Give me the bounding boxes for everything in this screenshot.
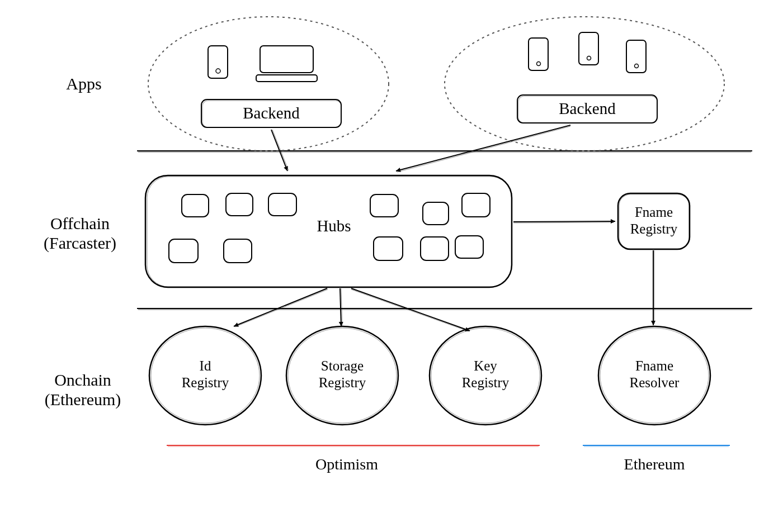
svg-line-29 [513,222,614,223]
svg-text:Registry: Registry [182,375,229,390]
fname-registry-label-l2: Registry [630,221,678,236]
svg-rect-22 [462,193,490,217]
svg-text:Id: Id [200,358,211,373]
phone-icon [529,38,548,70]
svg-line-14 [272,130,289,170]
layer-label-onchain-1: Onchain [54,370,111,389]
optimism-label: Optimism [315,455,378,473]
backend-right-label: Backend [559,99,616,117]
hubs-label: Hubs [317,217,351,235]
apps-cluster-left [148,17,389,151]
svg-text:Storage: Storage [321,358,364,373]
svg-rect-17 [182,194,209,217]
svg-rect-25 [374,237,403,260]
svg-rect-19 [268,193,296,216]
svg-rect-27 [455,236,483,258]
svg-rect-5 [256,75,317,82]
svg-text:Registry: Registry [319,375,366,390]
svg-rect-26 [421,237,449,260]
svg-text:Resolver: Resolver [630,375,680,390]
arrow-hubs-to-fname-registry [513,221,615,222]
svg-point-3 [216,69,220,73]
laptop-icon [256,46,317,82]
svg-rect-18 [226,193,253,216]
layer-label-apps: Apps [66,74,101,93]
svg-rect-4 [260,46,313,73]
svg-rect-24 [224,239,252,263]
svg-text:Registry: Registry [462,375,510,390]
phone-icon [208,46,228,78]
layer-label-offchain-2: (Farcaster) [44,234,116,253]
svg-line-15 [397,126,570,172]
svg-text:Fname: Fname [635,358,673,373]
layer-label-onchain-2: (Ethereum) [45,390,121,409]
arrow-hubs-to-storage-registry [340,288,341,326]
svg-line-32 [351,289,469,331]
arrow-hubs-to-id-registry [234,288,327,326]
phone-icon [626,40,646,73]
ethereum-label: Ethereum [624,455,685,473]
apps-cluster-right [445,17,724,151]
phone-icon [579,32,598,65]
svg-rect-20 [370,194,398,217]
svg-point-8 [537,62,541,66]
fname-registry-label-l1: Fname [635,205,673,220]
svg-rect-21 [423,202,449,225]
svg-point-10 [587,56,591,60]
backend-left-label: Backend [243,104,300,122]
layer-label-offchain-1: Offchain [50,214,110,232]
svg-rect-23 [169,239,198,263]
svg-text:Key: Key [474,358,497,373]
svg-point-12 [635,64,639,68]
